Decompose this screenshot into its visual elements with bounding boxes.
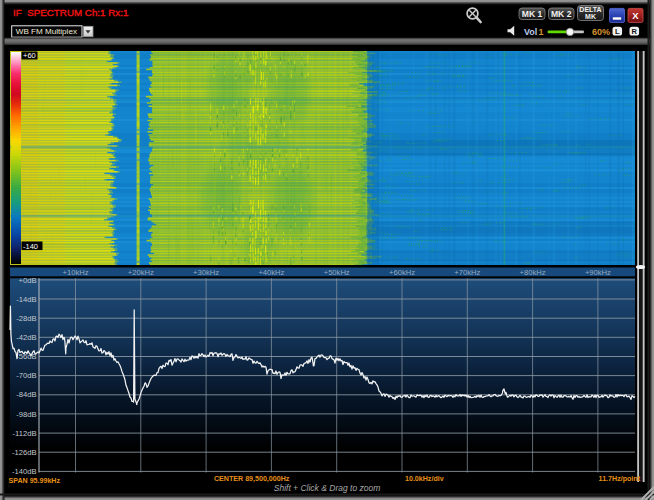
svg-text:+50kHz: +50kHz [324, 268, 350, 277]
svg-text:MK 2: MK 2 [551, 9, 572, 19]
svg-text:-112dB: -112dB [13, 429, 37, 438]
svg-text:R: R [632, 27, 638, 36]
svg-text:Vol: Vol [524, 27, 537, 37]
svg-text:-70dB: -70dB [16, 371, 36, 380]
svg-text:60%: 60% [592, 27, 610, 37]
svg-text:MK 1: MK 1 [522, 9, 543, 19]
svg-text:DELTA: DELTA [579, 6, 601, 13]
svg-text:+90kHz: +90kHz [585, 268, 611, 277]
svg-text:L: L [615, 27, 620, 36]
svg-text:+60: +60 [23, 51, 36, 60]
svg-text:+20kHz: +20kHz [128, 268, 154, 277]
svg-text:-140dB: -140dB [12, 467, 37, 476]
svg-text:10.0kHz/div: 10.0kHz/div [405, 475, 444, 483]
svg-text:-14dB: -14dB [16, 295, 36, 304]
svg-text:+40kHz: +40kHz [258, 268, 284, 277]
svg-text:+70kHz: +70kHz [454, 268, 480, 277]
svg-text:Shift + Click & Drag to zoom: Shift + Click & Drag to zoom [274, 483, 381, 493]
svg-text:WB FM Multiplex: WB FM Multiplex [16, 27, 77, 36]
svg-text:+0dB: +0dB [19, 276, 37, 285]
svg-text:MK: MK [585, 13, 596, 20]
svg-text:-140: -140 [23, 242, 38, 251]
svg-text:-42dB: -42dB [16, 333, 36, 342]
svg-text:X: X [632, 10, 639, 21]
svg-text:-98dB: -98dB [16, 410, 36, 419]
svg-text:-84dB: -84dB [16, 390, 36, 399]
svg-text:+60kHz: +60kHz [389, 268, 415, 277]
svg-text:-126dB: -126dB [12, 448, 37, 457]
svg-text:+80kHz: +80kHz [520, 268, 546, 277]
svg-text:1: 1 [539, 27, 544, 37]
svg-text:SPAN 95.99kHz: SPAN 95.99kHz [9, 477, 61, 485]
svg-text:11.7Hz/point: 11.7Hz/point [599, 475, 641, 483]
svg-text:+30kHz: +30kHz [193, 268, 219, 277]
svg-text:-28dB: -28dB [16, 314, 36, 323]
svg-text:IF SPECTRUM Ch:1 Rx:1: IF SPECTRUM Ch:1 Rx:1 [13, 7, 128, 18]
svg-text:+10kHz: +10kHz [63, 268, 89, 277]
